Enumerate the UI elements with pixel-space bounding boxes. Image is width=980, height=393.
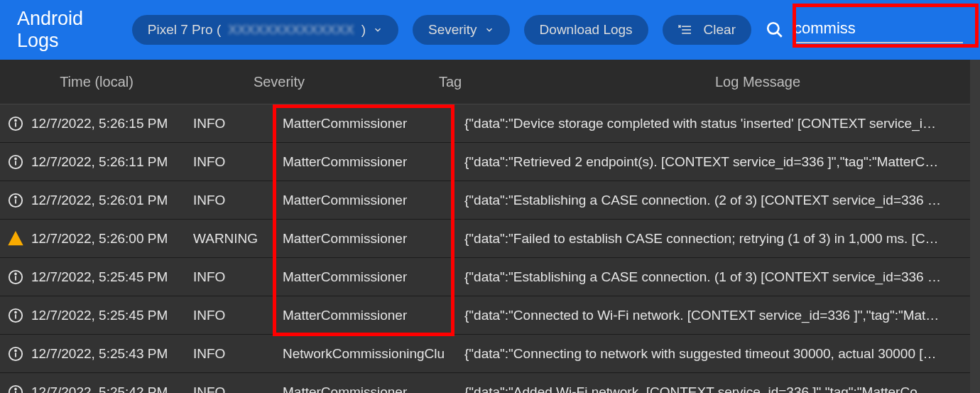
info-icon: [0, 116, 31, 131]
cell-message: {"data":"Establishing a CASE connection.…: [464, 269, 980, 285]
severity-filter[interactable]: Severity: [413, 15, 510, 45]
table-row[interactable]: 12/7/2022, 5:26:11 PMINFOMatterCommissio…: [0, 143, 980, 181]
info-icon: [0, 269, 31, 285]
device-prefix: Pixel 7 Pro (: [148, 22, 221, 38]
cell-severity: INFO: [193, 116, 283, 131]
cell-tag: MatterCommissioner: [283, 154, 464, 170]
chevron-down-icon: [484, 25, 494, 35]
svg-point-17: [15, 242, 16, 243]
download-label: Download Logs: [540, 22, 633, 38]
header-bar: Android Logs Pixel 7 Pro (XXXXXXXXXXXXXX…: [0, 0, 980, 60]
cell-severity: INFO: [193, 346, 283, 362]
log-table: Time (local) Severity Tag Log Message 12…: [0, 60, 980, 393]
info-icon: [0, 346, 31, 362]
cell-time: 12/7/2022, 5:26:11 PM: [31, 154, 193, 170]
device-masked: XXXXXXXXXXXXXX: [228, 22, 354, 38]
svg-point-15: [15, 196, 16, 198]
device-suffix: ): [361, 22, 366, 38]
info-icon: [0, 308, 31, 323]
info-icon: [0, 154, 31, 170]
svg-line-6: [777, 32, 782, 37]
svg-point-5: [768, 23, 778, 33]
cell-tag: MatterCommissioner: [283, 231, 464, 247]
warning-icon: [0, 231, 31, 247]
cell-tag: MatterCommissioner: [283, 308, 464, 323]
cell-message: {"data":"Establishing a CASE connection.…: [464, 193, 980, 208]
search-input[interactable]: [793, 16, 963, 43]
severity-label: Severity: [428, 22, 477, 38]
chevron-down-icon: [373, 25, 383, 35]
svg-point-9: [15, 119, 16, 121]
cell-severity: INFO: [193, 193, 283, 208]
cell-time: 12/7/2022, 5:26:15 PM: [31, 116, 193, 131]
svg-point-12: [15, 158, 16, 159]
header-message[interactable]: Log Message: [535, 74, 980, 90]
table-row[interactable]: 12/7/2022, 5:26:00 PMWARNINGMatterCommis…: [0, 220, 980, 258]
cell-message: {"data":"Failed to establish CASE connec…: [464, 231, 980, 247]
device-selector[interactable]: Pixel 7 Pro (XXXXXXXXXXXXXX): [132, 15, 398, 45]
cell-severity: INFO: [193, 308, 283, 323]
svg-point-26: [15, 350, 16, 351]
cell-time: 12/7/2022, 5:25:42 PM: [31, 384, 193, 394]
clear-button[interactable]: Clear: [663, 15, 751, 45]
cell-tag: NetworkCommissioningClu: [283, 346, 464, 362]
table-row[interactable]: 12/7/2022, 5:25:43 PMINFONetworkCommissi…: [0, 335, 980, 373]
search-container: [766, 16, 963, 43]
svg-point-20: [15, 273, 16, 274]
clear-label: Clear: [704, 22, 736, 38]
table-header-row: Time (local) Severity Tag Log Message: [0, 60, 980, 104]
svg-point-29: [15, 388, 16, 389]
info-icon: [0, 193, 31, 208]
header-tag[interactable]: Tag: [365, 74, 535, 90]
search-icon[interactable]: [766, 21, 784, 39]
cell-tag: MatterCommissioner: [283, 269, 464, 285]
cell-time: 12/7/2022, 5:25:45 PM: [31, 269, 193, 285]
page-title: Android Logs: [17, 8, 111, 52]
header-time[interactable]: Time (local): [0, 74, 193, 90]
table-row[interactable]: 12/7/2022, 5:25:42 PMINFOMatterCommissio…: [0, 373, 980, 393]
table-row[interactable]: 12/7/2022, 5:26:01 PMINFOMatterCommissio…: [0, 181, 980, 220]
clear-list-icon: [678, 24, 692, 36]
scrollbar[interactable]: [970, 60, 980, 393]
download-logs-button[interactable]: Download Logs: [524, 15, 648, 45]
cell-time: 12/7/2022, 5:26:01 PM: [31, 193, 193, 208]
cell-time: 12/7/2022, 5:25:45 PM: [31, 308, 193, 323]
header-severity[interactable]: Severity: [193, 74, 365, 90]
cell-message: {"data":"Connecting to network with sugg…: [464, 346, 980, 362]
info-icon: [0, 384, 31, 394]
table-row[interactable]: 12/7/2022, 5:26:15 PMINFOMatterCommissio…: [0, 104, 980, 143]
cell-severity: INFO: [193, 154, 283, 170]
cell-message: {"data":"Device storage completed with s…: [464, 116, 980, 131]
cell-tag: MatterCommissioner: [283, 384, 464, 394]
table-row[interactable]: 12/7/2022, 5:25:45 PMINFOMatterCommissio…: [0, 296, 980, 335]
cell-message: {"data":"Connected to Wi-Fi network. [CO…: [464, 308, 980, 323]
cell-tag: MatterCommissioner: [283, 116, 464, 131]
svg-point-23: [15, 311, 16, 313]
cell-severity: WARNING: [193, 231, 283, 247]
cell-severity: INFO: [193, 384, 283, 394]
cell-time: 12/7/2022, 5:26:00 PM: [31, 231, 193, 247]
table-row[interactable]: 12/7/2022, 5:25:45 PMINFOMatterCommissio…: [0, 258, 980, 296]
cell-message: {"data":"Retrieved 2 endpoint(s). [CONTE…: [464, 154, 980, 170]
cell-tag: MatterCommissioner: [283, 193, 464, 208]
cell-message: {"data":"Added Wi-Fi network. [CONTEXT s…: [464, 384, 980, 394]
cell-severity: INFO: [193, 269, 283, 285]
cell-time: 12/7/2022, 5:25:43 PM: [31, 346, 193, 362]
